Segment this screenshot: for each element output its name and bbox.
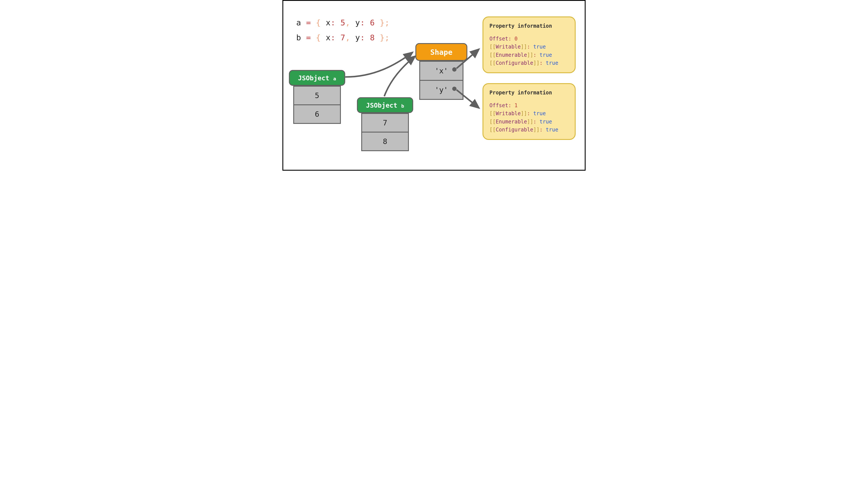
shape-box: Shape 'x' 'y' [415,43,467,100]
jsobject-b-cells: 7 8 [361,113,409,151]
arrow-b-to-shape [384,56,415,96]
jsobject-a-cell: 5 [294,86,340,104]
propinfo-y: Property information Offset: 1 [[Writabl… [483,83,576,140]
propinfo-line: [[Writable]]: true [490,43,569,51]
propinfo-colon: : [533,119,536,125]
jsobject-b: JSObject b 7 8 [357,97,413,151]
propinfo-title: Property information [490,22,569,30]
code-key: x [326,18,331,27]
code-comma: , [345,33,350,42]
arrow-a-to-shape [345,53,412,77]
jsobject-a-sub: a [333,76,336,82]
propinfo-line: [[Enumerable]]: true [490,118,569,126]
code-num: 7 [340,33,345,42]
bracket-icon: [[ [490,111,496,117]
code-num: 8 [370,33,375,42]
bracket-icon: ]] [521,44,527,50]
propinfo-colon: : [508,102,511,109]
code-colon: : [331,33,336,42]
code-num: 6 [370,18,375,27]
propinfo-line: [[Configurable]]: true [490,59,569,67]
jsobject-b-sub: b [401,103,404,109]
jsobject-a-cells: 5 6 [293,86,341,124]
bracket-icon: ]] [533,127,539,133]
code-num: 5 [340,18,345,27]
propinfo-key: Offset [490,36,508,42]
bracket-icon: ]] [527,52,533,58]
code-semi: ; [384,33,390,42]
code-key: x [326,33,331,42]
propinfo-title: Property information [490,89,569,97]
shape-cell-y: 'y' [420,80,463,99]
propinfo-key: Enumerable [496,52,527,58]
propinfo-val: true [533,44,546,50]
jsobject-b-title: JSObject [366,101,401,109]
bracket-icon: ]] [521,111,527,117]
jsobject-b-cell: 7 [362,113,408,132]
code-block: a = { x: 5, y: 6 }; b = { x: 7, y: 8 }; [296,18,390,48]
propinfo-key: Enumerable [496,119,527,125]
bracket-icon: [[ [490,44,496,50]
propinfo-line: [[Writable]]: true [490,110,569,118]
jsobject-a: JSObject a 5 6 [289,70,345,124]
propinfo-key: Writable [496,111,521,117]
propinfo-val: true [539,52,552,58]
code-var: b [296,33,301,42]
code-line-a: a = { x: 5, y: 6 }; [296,18,390,27]
shape-cells: 'x' 'y' [419,61,463,100]
code-colon: : [360,33,365,42]
code-eq: = [306,18,311,27]
shape-cell-x: 'x' [420,61,463,80]
propinfo-val: true [546,60,558,66]
propinfo-colon: : [527,111,530,117]
code-brace: } [380,33,385,42]
jsobject-b-cell: 8 [362,132,408,150]
jsobject-a-cell: 6 [294,104,340,123]
code-colon: : [360,18,365,27]
propinfo-colon: : [539,127,542,133]
propinfo-x: Property information Offset: 0 [[Writabl… [483,17,576,73]
code-brace: } [380,18,385,27]
code-semi: ; [384,18,390,27]
code-line-b: b = { x: 7, y: 8 }; [296,33,390,42]
propinfo-colon: : [539,60,542,66]
code-colon: : [331,18,336,27]
propinfo-line: Offset: 0 [490,35,569,43]
propinfo-val: 1 [515,102,518,109]
propinfo-line: [[Enumerable]]: true [490,51,569,59]
propinfo-key: Offset [490,102,508,109]
bracket-icon: [[ [490,60,496,66]
code-eq: = [306,33,311,42]
code-brace: { [316,18,321,27]
bracket-icon: ]] [527,119,533,125]
propinfo-key: Configurable [496,127,533,133]
jsobject-b-header: JSObject b [357,97,413,113]
jsobject-a-header: JSObject a [289,70,345,86]
shape-header: Shape [415,43,467,61]
propinfo-colon: : [533,52,536,58]
code-key: y [355,18,360,27]
diagram-frame: a = { x: 5, y: 6 }; b = { x: 7, y: 8 }; … [282,0,586,171]
propinfo-colon: : [527,44,530,50]
code-var: a [296,18,301,27]
propinfo-val: true [533,111,546,117]
jsobject-a-title: JSObject [298,74,333,82]
code-comma: , [345,18,350,27]
propinfo-line: Offset: 1 [490,101,569,110]
bracket-icon: [[ [490,119,496,125]
propinfo-val: true [546,127,558,133]
propinfo-colon: : [508,36,511,42]
propinfo-line: [[Configurable]]: true [490,126,569,134]
bracket-icon: [[ [490,127,496,133]
propinfo-key: Configurable [496,60,533,66]
propinfo-val: true [539,119,552,125]
code-key: y [355,33,360,42]
bracket-icon: ]] [533,60,539,66]
code-brace: { [316,33,321,42]
bracket-icon: [[ [490,52,496,58]
propinfo-val: 0 [515,36,518,42]
propinfo-key: Writable [496,44,521,50]
